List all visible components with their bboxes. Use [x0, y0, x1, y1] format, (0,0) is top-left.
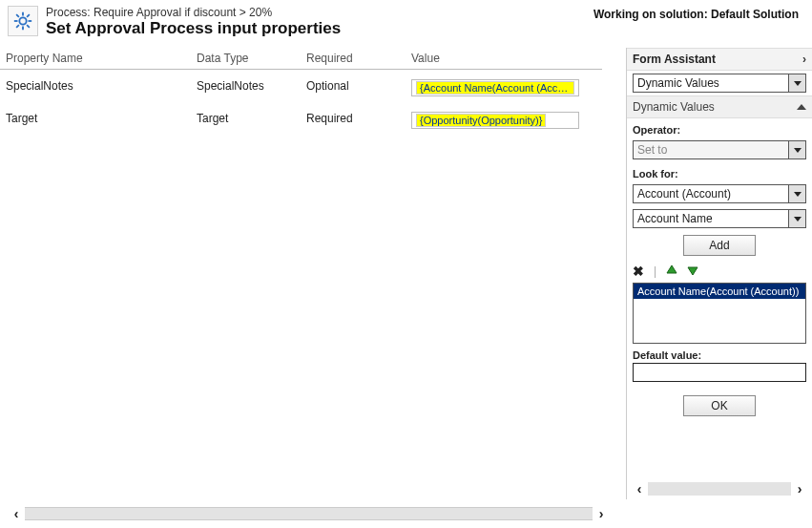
scroll-right-icon[interactable]: › [791, 480, 808, 497]
chevron-right-icon: › [802, 53, 806, 66]
cell-required: Optional [306, 79, 411, 93]
table-row: Target Target Required {Opportunity(Oppo… [0, 102, 602, 135]
svg-line-5 [16, 14, 19, 17]
move-down-icon[interactable] [687, 264, 698, 279]
lookfor-entity-value: Account (Account) [634, 185, 788, 202]
ok-button[interactable]: OK [683, 395, 756, 416]
dynamic-values-section[interactable]: Dynamic Values [627, 95, 812, 118]
assistant-mode-select[interactable]: Dynamic Values [633, 74, 806, 93]
form-assistant-title: Form Assistant [633, 53, 716, 66]
page-title: Set Approval Process input properties [46, 19, 593, 38]
cell-name: Target [6, 112, 197, 125]
scroll-track[interactable] [25, 507, 593, 520]
lookfor-label: Look for: [627, 162, 812, 181]
svg-line-6 [27, 25, 30, 28]
value-input[interactable]: {Opportunity(Opportunity)} [411, 112, 579, 129]
form-assistant-header[interactable]: Form Assistant › [627, 48, 812, 71]
solution-label: Working on solution: Default Solution [593, 6, 804, 21]
scroll-left-icon[interactable]: ‹ [8, 505, 25, 522]
move-up-icon[interactable] [666, 264, 677, 279]
svg-marker-10 [688, 267, 697, 275]
list-item[interactable]: Account Name(Account (Account)) [634, 284, 805, 299]
gear-icon [12, 11, 33, 32]
value-token: {Account Name(Account (Account))} [416, 81, 574, 95]
divider: | [654, 264, 656, 278]
cell-type: Target [197, 112, 306, 125]
selected-values-list[interactable]: Account Name(Account (Account)) [633, 283, 806, 344]
svg-line-7 [16, 25, 19, 28]
cell-name: SpecialNotes [6, 79, 197, 93]
table-row: SpecialNotes SpecialNotes Optional {Acco… [0, 70, 602, 102]
assistant-mode-value: Dynamic Values [634, 74, 788, 92]
process-breadcrumb: Process: Require Approval if discount > … [46, 6, 593, 19]
col-data-type: Data Type [197, 52, 306, 65]
chevron-down-icon[interactable] [788, 141, 805, 158]
remove-icon[interactable]: ✖ [633, 264, 644, 279]
chevron-down-icon[interactable] [788, 185, 805, 202]
operator-select[interactable]: Set to [633, 140, 806, 159]
scroll-left-icon[interactable]: ‹ [631, 480, 648, 497]
right-horizontal-scrollbar[interactable]: ‹ › [631, 480, 808, 497]
value-token: {Opportunity(Opportunity)} [416, 114, 546, 127]
lookfor-entity-select[interactable]: Account (Account) [633, 184, 806, 203]
add-button[interactable]: Add [683, 235, 756, 256]
cell-type: SpecialNotes [197, 79, 306, 93]
scroll-track[interactable] [648, 482, 791, 496]
col-required: Required [306, 52, 411, 65]
dynamic-values-label: Dynamic Values [633, 100, 715, 114]
operator-value: Set to [634, 141, 788, 158]
scroll-right-icon[interactable]: › [593, 505, 610, 522]
operator-label: Operator: [627, 118, 812, 137]
default-value-label: Default value: [627, 344, 812, 363]
svg-line-8 [27, 14, 30, 17]
chevron-down-icon[interactable] [788, 74, 805, 92]
lookfor-attribute-value: Account Name [634, 210, 788, 227]
left-horizontal-scrollbar[interactable]: ‹ › [8, 505, 610, 522]
svg-point-0 [19, 17, 26, 24]
default-value-input[interactable] [633, 363, 806, 382]
col-property-name: Property Name [6, 52, 197, 65]
value-input[interactable]: {Account Name(Account (Account))} [411, 79, 579, 96]
lookfor-attribute-select[interactable]: Account Name [633, 209, 806, 228]
collapse-up-icon [797, 104, 806, 110]
svg-marker-9 [667, 265, 677, 273]
cell-required: Required [306, 112, 411, 125]
process-page-icon [8, 6, 38, 36]
chevron-down-icon[interactable] [788, 210, 805, 227]
properties-table-header: Property Name Data Type Required Value [0, 48, 602, 70]
col-value: Value [411, 52, 596, 65]
